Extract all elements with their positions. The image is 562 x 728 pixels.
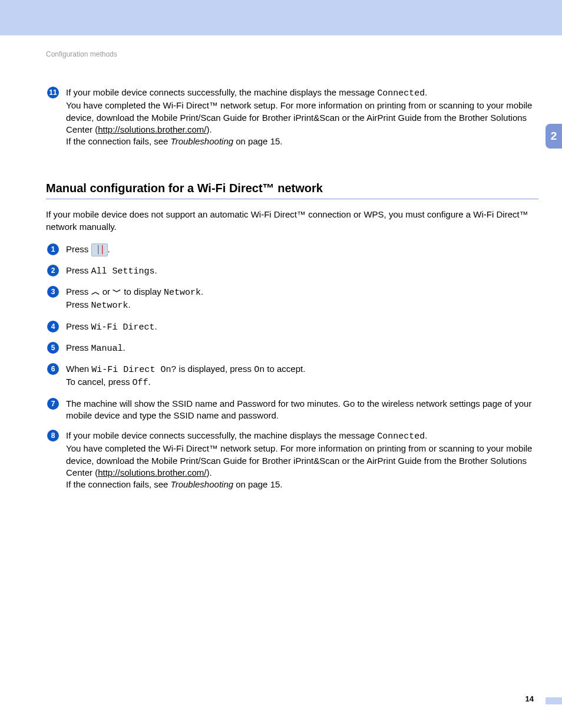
connected-message: Connected <box>377 88 425 98</box>
text: Press <box>66 286 91 297</box>
text: . <box>425 430 427 440</box>
step-body: Press Wi-Fi Direct. <box>66 321 538 334</box>
troubleshooting-ref: Troubleshooting <box>171 136 233 146</box>
step-bullet: 2 <box>46 265 60 278</box>
bullet-number: 11 <box>47 87 59 98</box>
step-body: If your mobile device connects successfu… <box>66 430 538 490</box>
text: on page 15. <box>233 136 282 146</box>
footer-strip <box>546 697 562 704</box>
text: . <box>148 377 151 387</box>
step-body: Press Manual. <box>66 342 538 355</box>
off-label: Off <box>133 378 148 388</box>
section-rule <box>46 199 538 199</box>
text: . <box>128 299 131 309</box>
text: Press <box>66 244 91 254</box>
text: to accept. <box>265 364 305 374</box>
bullet-number: 5 <box>47 342 59 354</box>
step-bullet: 11 <box>46 87 60 147</box>
step-body: Press ︿ or ﹀ to display Network. Press N… <box>66 286 538 312</box>
connected-message: Connected <box>377 431 425 442</box>
section-intro: If your mobile device does not support a… <box>46 209 538 233</box>
step-6: 6 When Wi-Fi Direct On? is displayed, pr… <box>46 363 538 390</box>
text: If your mobile device connects successfu… <box>66 87 377 97</box>
step-body: When Wi-Fi Direct On? is displayed, pres… <box>66 363 538 390</box>
wifi-direct-on-label: Wi-Fi Direct On? <box>91 365 176 375</box>
text: ). <box>206 467 211 477</box>
troubleshooting-ref: Troubleshooting <box>171 479 233 489</box>
network-label: Network <box>91 301 128 311</box>
step-bullet: 6 <box>46 363 60 390</box>
text: ). <box>206 124 211 134</box>
step-1: 1 Press ⎥⎥. <box>46 243 538 256</box>
step-bullet: 3 <box>46 286 60 312</box>
text: . <box>425 87 427 97</box>
bullet-number: 1 <box>47 243 59 255</box>
step-bullet: 7 <box>46 398 60 422</box>
step-body: Press All Settings. <box>66 265 538 278</box>
text: . <box>123 342 125 353</box>
step-8: 8 If your mobile device connects success… <box>46 430 538 490</box>
text: Press <box>66 299 91 309</box>
text: is displayed, press <box>176 364 254 374</box>
step-body: If your mobile device connects successfu… <box>66 87 538 147</box>
step-bullet: 1 <box>46 243 60 256</box>
solutions-link[interactable]: http://solutions.brother.com/ <box>98 124 206 134</box>
bullet-number: 8 <box>47 430 59 442</box>
bullet-number: 6 <box>47 363 59 375</box>
text: to display <box>121 286 164 297</box>
bullet-number: 2 <box>47 265 59 276</box>
step-bullet: 8 <box>46 430 60 490</box>
text: If your mobile device connects successfu… <box>66 430 377 440</box>
network-label: Network <box>164 288 201 298</box>
text: If the connection fails, see <box>66 479 171 489</box>
text: . <box>155 265 157 275</box>
bullet-number: 4 <box>47 321 59 332</box>
bullet-number: 3 <box>47 286 59 298</box>
page-content: Configuration methods 2 11 If your mobil… <box>0 35 562 728</box>
all-settings-label: All Settings <box>91 266 155 276</box>
step-bullet: 4 <box>46 321 60 334</box>
top-header-bar <box>0 0 562 35</box>
bullet-number: 7 <box>47 398 59 410</box>
manual-label: Manual <box>91 344 123 354</box>
text: or <box>100 286 113 297</box>
text: When <box>66 364 91 374</box>
step-body: Press ⎥⎥. <box>66 243 538 256</box>
step-2: 2 Press All Settings. <box>46 265 538 278</box>
text: Press <box>66 265 91 275</box>
step-4: 4 Press Wi-Fi Direct. <box>46 321 538 334</box>
step-11: 11 If your mobile device connects succes… <box>46 87 538 147</box>
text: . <box>108 244 110 254</box>
text: If the connection fails, see <box>66 136 171 146</box>
section-heading: Manual configuration for a Wi-Fi Direct™… <box>46 182 538 195</box>
chevron-up-icon: ︿ <box>91 286 100 298</box>
text: on page 15. <box>233 479 282 489</box>
chapter-tab: 2 <box>546 124 562 149</box>
on-label: On <box>254 365 265 375</box>
solutions-link[interactable]: http://solutions.brother.com/ <box>98 467 206 477</box>
step-5: 5 Press Manual. <box>46 342 538 355</box>
settings-icon: ⎥⎥ <box>91 243 108 256</box>
text: Press <box>66 342 91 353</box>
step-body: The machine will show the SSID name and … <box>66 398 538 422</box>
text: Press <box>66 321 91 331</box>
text: . <box>201 286 203 297</box>
text: To cancel, press <box>66 377 133 387</box>
step-7: 7 The machine will show the SSID name an… <box>46 398 538 422</box>
step-3: 3 Press ︿ or ﹀ to display Network. Press… <box>46 286 538 312</box>
chevron-down-icon: ﹀ <box>113 286 121 298</box>
page-number: 14 <box>525 694 534 703</box>
text: . <box>155 321 157 331</box>
wifi-direct-label: Wi-Fi Direct <box>91 322 155 332</box>
breadcrumb: Configuration methods <box>46 50 538 58</box>
step-bullet: 5 <box>46 342 60 355</box>
